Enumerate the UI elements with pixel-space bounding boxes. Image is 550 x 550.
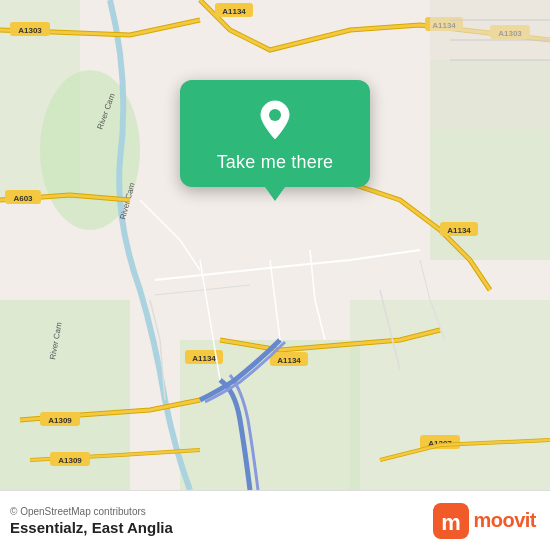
svg-text:A1134: A1134	[277, 356, 301, 365]
svg-text:A603: A603	[13, 194, 33, 203]
moovit-brand-text: moovit	[473, 509, 536, 532]
svg-point-34	[269, 109, 281, 121]
svg-rect-4	[350, 300, 550, 490]
place-info-section: © OpenStreetMap contributors Essentialz,…	[10, 506, 173, 536]
svg-text:A1309: A1309	[58, 456, 82, 465]
svg-text:A1309: A1309	[48, 416, 72, 425]
place-name: Essentialz, East Anglia	[10, 519, 173, 536]
svg-text:A1134: A1134	[222, 7, 246, 16]
svg-text:A1134: A1134	[447, 226, 471, 235]
navigation-popup[interactable]: Take me there	[180, 80, 370, 187]
map-container: River Cam River Cam River Cam A1303 A113…	[0, 0, 550, 490]
svg-text:m: m	[442, 510, 462, 535]
location-pin-icon	[253, 98, 297, 142]
take-me-there-label: Take me there	[217, 152, 334, 173]
moovit-logo: m moovit	[433, 503, 536, 539]
svg-text:A1303: A1303	[18, 26, 42, 35]
svg-text:A1134: A1134	[192, 354, 216, 363]
moovit-m-icon: m	[433, 503, 469, 539]
map-attribution: © OpenStreetMap contributors	[10, 506, 173, 517]
bottom-bar: © OpenStreetMap contributors Essentialz,…	[0, 490, 550, 550]
